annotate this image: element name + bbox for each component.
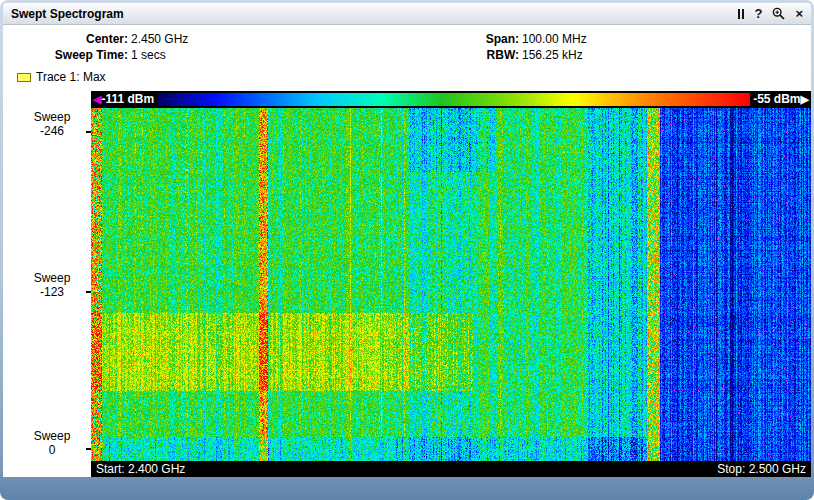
sweep-label-bottom: Sweep 0 <box>17 429 87 457</box>
sweep-time-label: Sweep Time: <box>3 48 128 62</box>
window-title: Swept Spectrogram <box>11 7 738 21</box>
scale-max-arrow-icon[interactable]: ▶ <box>801 91 809 108</box>
sweep-word: Sweep <box>17 429 87 443</box>
span-value: 100.00 MHz <box>522 32 587 46</box>
trace-legend[interactable]: Trace 1: Max <box>17 70 106 84</box>
stop-frequency-label: Stop: 2.500 GHz <box>717 462 806 476</box>
sweep-word: Sweep <box>17 271 87 285</box>
sweep-time-value: 1 secs <box>131 48 166 62</box>
window-body: Swept Spectrogram ? × Center:2.450 GHz <box>3 3 811 477</box>
center-frequency-field: Center:2.450 GHz <box>3 32 188 46</box>
sweep-word: Sweep <box>17 110 87 124</box>
sweep-label-top: Sweep -246 <box>17 110 87 138</box>
zoom-icon[interactable] <box>772 7 785 20</box>
color-scale-row: ◀ -111 dBm -55 dBm ▶ <box>3 91 811 108</box>
x-axis-bar: Start: 2.400 GHz Stop: 2.500 GHz <box>91 461 811 477</box>
titlebar[interactable]: Swept Spectrogram ? × <box>3 3 811 25</box>
scale-min-label: -111 dBm <box>101 91 154 108</box>
sweep-time-field: Sweep Time:1 secs <box>3 48 166 62</box>
trace-color-swatch <box>17 73 31 82</box>
scale-min-arrow-icon[interactable]: ◀ <box>93 91 101 108</box>
color-scale-gradient <box>157 93 750 106</box>
sweep-value: 0 <box>17 443 87 457</box>
rbw-field: RBW:156.25 kHz <box>473 48 583 62</box>
start-frequency-label: Start: 2.400 GHz <box>96 462 185 476</box>
sweep-value: -123 <box>17 285 87 299</box>
spectrogram-canvas[interactable] <box>91 108 811 461</box>
sweep-value: -246 <box>17 124 87 138</box>
settings-header: Center:2.450 GHz Sweep Time:1 secs Span:… <box>3 25 811 91</box>
span-field: Span:100.00 MHz <box>473 32 587 46</box>
x-axis-row: Start: 2.400 GHz Stop: 2.500 GHz <box>3 461 811 477</box>
x-axis-spacer <box>3 461 91 477</box>
span-label: Span: <box>473 32 519 46</box>
pause-icon[interactable] <box>738 9 744 19</box>
color-scale-bar: ◀ -111 dBm -55 dBm ▶ <box>91 91 811 108</box>
center-frequency-label: Center: <box>3 32 128 46</box>
close-icon[interactable]: × <box>795 7 803 20</box>
help-icon[interactable]: ? <box>754 7 762 20</box>
scale-max-label: -55 dBm <box>753 91 800 108</box>
titlebar-icons: ? × <box>738 7 803 20</box>
sweep-label-middle: Sweep -123 <box>17 271 87 299</box>
rbw-value: 156.25 kHz <box>522 48 583 62</box>
y-axis-gutter: Sweep -246 Sweep -123 Sweep 0 <box>3 108 91 461</box>
trace-label: Trace 1: Max <box>36 70 106 84</box>
plot-row: Sweep -246 Sweep -123 Sweep 0 <box>3 108 811 461</box>
app-window: Swept Spectrogram ? × Center:2.450 GHz <box>0 0 814 500</box>
center-frequency-value: 2.450 GHz <box>131 32 188 46</box>
rbw-label: RBW: <box>473 48 519 62</box>
spectrogram-plot-area <box>91 108 811 461</box>
color-scale-spacer <box>3 91 91 108</box>
